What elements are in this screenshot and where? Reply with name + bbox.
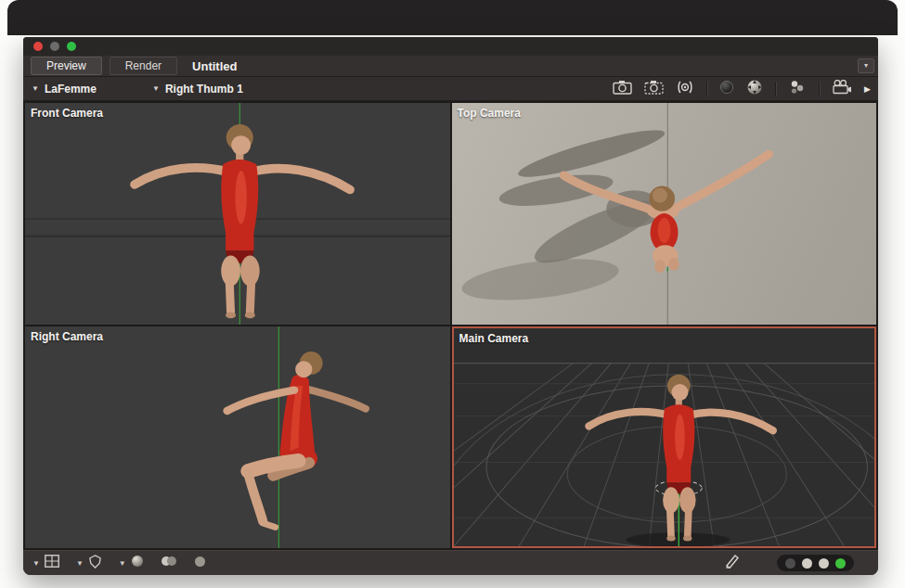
top-camera-scene bbox=[452, 103, 877, 325]
tracking-mode-dropdown[interactable]: ▼ bbox=[76, 555, 102, 572]
display-mode-swatches bbox=[777, 555, 854, 571]
tab-preview[interactable]: Preview bbox=[31, 57, 102, 75]
figure-top-view[interactable] bbox=[563, 154, 769, 273]
viewport-right-camera[interactable]: Right Camera bbox=[25, 326, 450, 548]
toolbar-divider bbox=[706, 82, 707, 96]
swatch-light-2[interactable] bbox=[819, 558, 829, 569]
tab-render[interactable]: Render bbox=[110, 57, 177, 75]
pencil-icon bbox=[723, 554, 740, 572]
figure-shadows bbox=[459, 122, 667, 308]
figure-shadow bbox=[626, 532, 730, 546]
chevron-down-icon: ▼ bbox=[152, 84, 160, 93]
document-title: Untitled bbox=[192, 59, 237, 73]
figure-front-view[interactable] bbox=[135, 124, 350, 318]
figure-dropdown[interactable]: ▼ LaFemme bbox=[32, 83, 97, 96]
movie-camera-icon[interactable] bbox=[832, 80, 852, 98]
app-window: Preview Render Untitled ▾ ▼ LaFemme ▼ Ri… bbox=[23, 37, 878, 575]
overflow-arrow-icon[interactable]: ▶ bbox=[864, 84, 871, 94]
perspective-grid bbox=[454, 364, 875, 546]
bottom-toolbar: ▼ ▼ ▼ bbox=[23, 550, 878, 575]
chevron-down-icon: ▼ bbox=[76, 559, 84, 568]
titlebar bbox=[23, 37, 878, 56]
right-camera-scene bbox=[25, 326, 450, 548]
viewport-main-camera[interactable]: Main Camera bbox=[452, 326, 877, 548]
toolbar-divider bbox=[819, 82, 820, 96]
front-camera-scene bbox=[25, 103, 450, 325]
dashed-camera-icon[interactable] bbox=[644, 80, 664, 98]
main-camera-scene bbox=[454, 328, 875, 546]
display-style-dropdown[interactable]: ▼ bbox=[119, 555, 144, 571]
swatch-light-1[interactable] bbox=[802, 558, 812, 569]
tab-bar: Preview Render Untitled ▾ bbox=[23, 56, 878, 77]
viewport-grid: Front Camera Top Camera bbox=[23, 101, 878, 550]
minimize-button[interactable] bbox=[50, 42, 59, 51]
chevron-down-icon: ▼ bbox=[119, 559, 126, 568]
still-camera-icon[interactable] bbox=[613, 80, 632, 98]
figure-dropdown-label: LaFemme bbox=[45, 83, 97, 96]
dark-sphere-icon[interactable] bbox=[719, 80, 734, 98]
texture-sphere-icon bbox=[194, 555, 206, 571]
viewport-label: Main Camera bbox=[459, 332, 529, 345]
close-button[interactable] bbox=[33, 42, 43, 51]
viewport-front-camera[interactable]: Front Camera bbox=[25, 103, 450, 325]
actor-dropdown-label: Right Thumb 1 bbox=[165, 83, 243, 96]
trackball-icon[interactable] bbox=[746, 79, 763, 99]
zoom-button[interactable] bbox=[67, 42, 76, 51]
chevron-down-icon: ▼ bbox=[32, 84, 39, 93]
quad-view-icon bbox=[45, 555, 59, 571]
actor-dropdown[interactable]: ▼ Right Thumb 1 bbox=[152, 83, 243, 96]
shield-icon bbox=[88, 555, 102, 572]
background-window-band bbox=[7, 0, 898, 35]
figure-main-view[interactable] bbox=[588, 375, 772, 542]
smooth-spheres-icon bbox=[161, 555, 177, 571]
bracket-camera-icon[interactable] bbox=[676, 80, 694, 98]
smooth-spheres-button[interactable] bbox=[161, 555, 177, 571]
viewport-label: Top Camera bbox=[458, 107, 521, 120]
chevron-down-icon: ▼ bbox=[32, 559, 40, 568]
viewport-layout-dropdown[interactable]: ▼ bbox=[32, 555, 59, 571]
figure-side-view[interactable] bbox=[227, 352, 366, 527]
swatch-green[interactable] bbox=[835, 558, 846, 569]
viewport-label: Right Camera bbox=[31, 330, 103, 343]
toolbar-divider bbox=[775, 82, 776, 96]
texture-sphere-button[interactable] bbox=[194, 555, 206, 571]
camera-toolbar: ▶ bbox=[613, 79, 878, 99]
lights-icon[interactable] bbox=[788, 80, 807, 98]
shaded-sphere-icon bbox=[131, 555, 144, 571]
swatch-dark[interactable] bbox=[785, 558, 795, 569]
tab-menu-button[interactable]: ▾ bbox=[858, 58, 874, 73]
toolbar: ▼ LaFemme ▼ Right Thumb 1 bbox=[23, 77, 878, 101]
pencil-tool-button[interactable] bbox=[723, 554, 740, 572]
viewport-top-camera[interactable]: Top Camera bbox=[452, 103, 877, 325]
viewport-label: Front Camera bbox=[31, 107, 103, 120]
